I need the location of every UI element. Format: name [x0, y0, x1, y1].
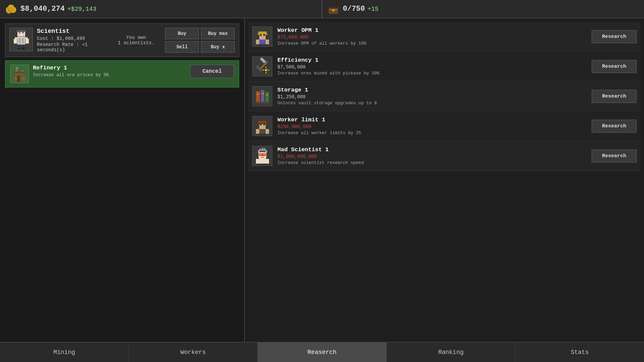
storage-income: +15	[368, 6, 378, 12]
svg-rect-52	[266, 34, 267, 35]
currency-amount: $8,040,274	[20, 5, 65, 13]
svg-rect-57	[256, 40, 259, 44]
svg-rect-43	[14, 72, 25, 73]
svg-rect-70	[256, 92, 260, 102]
svg-rect-51	[258, 34, 259, 35]
svg-rect-58	[266, 40, 269, 44]
refinery-avatar	[10, 65, 29, 83]
research-button-2[interactable]: Research	[592, 90, 637, 103]
research-cost-3: $250,000,000	[277, 124, 587, 129]
svg-rect-74	[266, 92, 269, 102]
research-item-mad-scientist: Mad Scientist 1 $1,000,000,000 Increase …	[248, 141, 641, 171]
research-desc-1: Increase ores mined with pickaxe by 10%	[277, 71, 587, 76]
research-name-0: Worker OPM 1	[277, 27, 587, 34]
svg-rect-101	[258, 159, 267, 164]
tab-research[interactable]: Reaserch	[258, 343, 386, 362]
svg-rect-82	[260, 124, 262, 125]
research-info-mad-scientist: Mad Scientist 1 $1,000,000,000 Increase …	[277, 146, 587, 165]
svg-rect-75	[256, 102, 269, 103]
svg-rect-86	[256, 129, 259, 134]
research-cost-2: $1,250,000	[277, 94, 587, 100]
tab-workers[interactable]: Workers	[129, 343, 258, 362]
svg-rect-87	[266, 129, 269, 134]
svg-rect-45	[15, 77, 17, 79]
scientist-card: Scientist Cost : $1,000,499 Research Rat…	[5, 23, 239, 57]
cancel-button[interactable]: Cancel	[190, 65, 234, 78]
research-item-efficiency: Efficiency 1 $7,500,000 Increase ores mi…	[248, 52, 641, 81]
research-info-storage: Storage 1 $1,250,000 Unlocks vault stora…	[277, 87, 587, 106]
bottom-tabs: Mining Workers Reaserch Ranking Stats	[0, 342, 644, 362]
worker-limit-avatar	[252, 116, 272, 136]
svg-rect-35	[18, 48, 21, 49]
svg-rect-54	[263, 34, 265, 36]
svg-rect-44	[17, 76, 20, 82]
svg-rect-27	[19, 38, 21, 44]
svg-point-64	[265, 69, 267, 71]
svg-rect-60	[263, 44, 266, 46]
svg-rect-29	[15, 37, 18, 39]
svg-rect-37	[17, 30, 25, 32]
svg-rect-20	[19, 32, 20, 33]
left-panel: Scientist Cost : $1,000,499 Research Rat…	[0, 18, 245, 342]
main-content: Scientist Cost : $1,000,499 Research Rat…	[0, 18, 644, 342]
svg-rect-104	[259, 164, 262, 165]
research-cost-0: $75,000,000	[277, 35, 587, 40]
research-desc-2: Unlocks vault storage upgrades up to 8	[277, 101, 587, 106]
svg-rect-83	[263, 124, 265, 125]
refinery-desc: Increase all ore prices by 5%	[33, 72, 179, 77]
svg-rect-106	[261, 158, 264, 159]
buy-max-button[interactable]: Buy max	[201, 28, 235, 39]
research-item-worker-limit: Worker limit 1 $250,000,000 Increase all…	[248, 111, 641, 141]
research-desc-3: Increase all worker limits by 25	[277, 130, 587, 135]
svg-rect-31	[14, 39, 17, 44]
research-cost-1: $7,500,000	[277, 64, 587, 70]
research-button-4[interactable]: Research	[592, 149, 637, 163]
refinery-name: Refinery 1	[33, 65, 179, 71]
buy-x-button[interactable]: Buy x	[201, 41, 235, 53]
research-info-worker-opm: Worker OPM 1 $75,000,000 Increase OPM of…	[277, 27, 587, 46]
tab-stats[interactable]: Stats	[516, 343, 644, 362]
svg-rect-72	[261, 90, 264, 102]
sell-button[interactable]: Sell	[165, 41, 199, 53]
svg-rect-88	[259, 134, 262, 135]
svg-rect-13	[328, 7, 339, 9]
svg-rect-100	[262, 148, 263, 149]
research-desc-4: Increase scientist research speed	[277, 160, 587, 165]
tab-mining[interactable]: Mining	[0, 343, 129, 362]
buy-button[interactable]: Buy	[165, 28, 199, 39]
svg-rect-22	[18, 36, 19, 37]
scientist-rate: Research Rate : +1 seconds(s)	[37, 42, 107, 53]
storage-avatar	[252, 86, 272, 106]
svg-rect-46	[22, 77, 24, 79]
svg-rect-55	[261, 38, 264, 38]
svg-rect-30	[24, 37, 28, 39]
research-button-3[interactable]: Research	[592, 120, 637, 133]
svg-rect-59	[259, 44, 262, 46]
research-button-1[interactable]: Research	[592, 60, 637, 73]
svg-rect-15	[333, 10, 334, 11]
scientist-avatar	[9, 28, 33, 51]
svg-rect-85	[258, 129, 267, 134]
top-bar: $ $8,040,274 +$29,143 0/750 +15	[0, 0, 644, 18]
svg-rect-39	[25, 31, 26, 32]
svg-point-48	[17, 67, 18, 68]
svg-rect-103	[266, 159, 269, 164]
svg-rect-32	[25, 39, 29, 44]
svg-rect-94	[262, 154, 263, 155]
svg-rect-62	[260, 57, 266, 63]
svg-rect-105	[263, 164, 266, 165]
research-button-0[interactable]: Research	[592, 30, 637, 43]
research-name-1: Efficiency 1	[277, 57, 587, 63]
research-cost-4: $1,000,000,000	[277, 154, 587, 159]
svg-rect-102	[256, 159, 259, 164]
svg-rect-53	[260, 34, 262, 36]
tab-ranking[interactable]: Ranking	[387, 343, 516, 362]
worker-opm-avatar	[252, 26, 272, 47]
svg-rect-23	[23, 36, 24, 37]
research-info-worker-limit: Worker limit 1 $250,000,000 Increase all…	[277, 117, 587, 135]
scientist-own: You own 1 scientists.	[118, 35, 154, 46]
cancel-section: Cancel	[183, 65, 234, 78]
research-item-storage: Storage 1 $1,250,000 Unlocks vault stora…	[248, 81, 641, 111]
svg-rect-21	[22, 32, 23, 33]
svg-rect-107	[261, 157, 264, 158]
